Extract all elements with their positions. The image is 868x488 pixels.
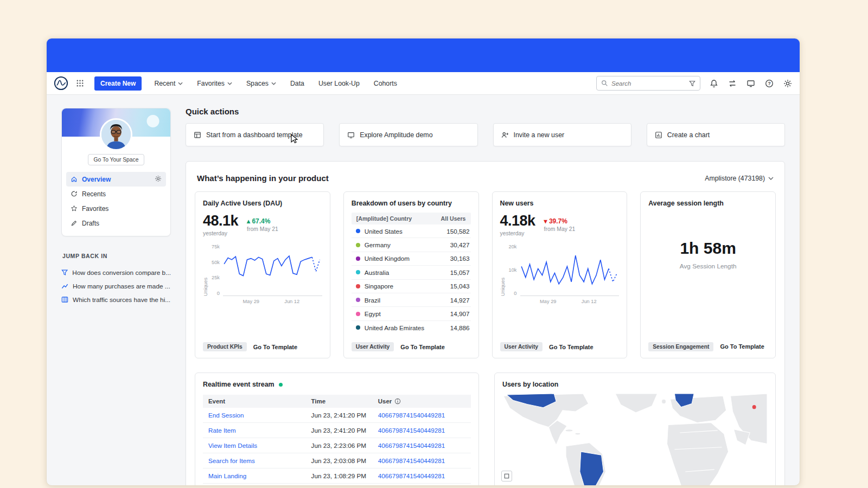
new-users-value: 4.18k: [500, 213, 535, 229]
jump-item-traffic-sources[interactable]: Which traffic sources have the hi...: [61, 293, 171, 306]
sidebar-item-label: Recents: [82, 190, 106, 198]
new-users-value-row: 4.18k yesterday ▾ 39.7% from May 21: [500, 213, 620, 236]
event-link[interactable]: Main Landing: [208, 472, 311, 479]
nav-item-user-look-up[interactable]: User Look-Up: [314, 72, 365, 95]
nav-item-favorites[interactable]: Favorites: [192, 72, 237, 95]
map-zoom-button[interactable]: [501, 471, 512, 481]
go-to-your-space-button[interactable]: Go To Your Space: [88, 154, 145, 165]
nav-item-recent[interactable]: Recent: [149, 72, 188, 95]
country-row[interactable]: United Arab Emirates 14,886: [352, 321, 471, 335]
series-dot: [356, 270, 360, 274]
new-users-x-ticks: May 29Jun 12: [520, 296, 620, 305]
series-dot: [356, 243, 360, 247]
dau-period: yesterday: [203, 230, 227, 236]
country-tag-chip[interactable]: User Activity: [352, 342, 394, 351]
country-go-to-template-link[interactable]: Go To Template: [400, 344, 445, 350]
country-row[interactable]: Singapore 15,043: [352, 280, 471, 293]
country-row[interactable]: United States 150,582: [352, 224, 471, 238]
amplitude-logo-icon[interactable]: [54, 76, 68, 91]
avatar[interactable]: [100, 118, 132, 151]
main-content: Quick actions Start from a dashboard tem…: [186, 95, 785, 486]
nav-item-label: Data: [290, 80, 304, 87]
new-users-y-axis-label: Uniques: [500, 244, 506, 296]
event-link[interactable]: View Item Details: [208, 442, 311, 449]
demo-browser-icon: [347, 131, 355, 139]
recents-clock-icon: [71, 190, 78, 197]
quick-action-label: Start from a dashboard template: [206, 131, 303, 139]
event-link[interactable]: Search for Items: [208, 457, 311, 464]
country-row[interactable]: Egypt 14,907: [352, 307, 471, 320]
dau-y-axis-label: Uniques: [203, 244, 208, 296]
sidebar-item-overview[interactable]: Overview: [66, 172, 166, 187]
search-icon: [601, 80, 608, 87]
dau-tag-chip[interactable]: Product KPIs: [203, 342, 247, 351]
search-input[interactable]: [611, 80, 686, 87]
jump-item-conversion[interactable]: How does conversion compare b...: [61, 266, 171, 279]
notifications-bell-icon[interactable]: [709, 79, 719, 88]
top-navbar: Create New Recent Favorites Spaces Data …: [47, 72, 800, 95]
monitor-frame-icon[interactable]: [746, 79, 756, 88]
user-id-link[interactable]: 4066798741540449281: [378, 427, 465, 434]
event-link[interactable]: End Session: [208, 412, 311, 419]
new-users-go-to-template-link[interactable]: Go To Template: [549, 344, 593, 350]
data-sync-arrows-icon[interactable]: [727, 79, 737, 88]
user-id-link[interactable]: 4066798741540449281: [378, 412, 465, 419]
nav-item-data[interactable]: Data: [285, 72, 309, 95]
sidebar-item-favorites[interactable]: Favorites: [66, 201, 166, 216]
dau-delta: ▴ 67.4%: [247, 217, 278, 225]
filter-funnel-icon[interactable]: [689, 80, 695, 87]
user-id-link[interactable]: 4066798741540449281: [378, 472, 465, 479]
help-icon[interactable]: ?: [764, 79, 774, 88]
avg-session-card-title: Average session length: [648, 200, 768, 207]
series-dot: [356, 325, 360, 330]
new-users-card-title: New users: [500, 200, 620, 207]
nav-item-label: Spaces: [246, 80, 269, 87]
session-go-to-template-link[interactable]: Go To Template: [720, 343, 764, 350]
dau-go-to-template-link[interactable]: Go To Template: [253, 344, 298, 350]
app-window: Create New Recent Favorites Spaces Data …: [46, 38, 800, 486]
time-col-header: Time: [311, 398, 378, 404]
panel-title: What’s happening in your product: [197, 174, 329, 183]
map-event-marker: [752, 405, 756, 409]
sidebar-item-drafts[interactable]: Drafts: [66, 216, 166, 230]
dau-value: 48.1k: [203, 213, 238, 229]
session-tag-chip[interactable]: Session Engagement: [648, 342, 713, 351]
quick-action-dashboard-template[interactable]: Start from a dashboard template: [186, 123, 324, 146]
overview-settings-gear-icon[interactable]: [155, 175, 162, 184]
event-col-header: Event: [208, 398, 311, 404]
quick-action-label: Invite a new user: [514, 131, 565, 139]
new-users-tag-chip[interactable]: User Activity: [500, 342, 543, 351]
new-users-chart: Uniques 20k10k0 May 29Jun 12: [500, 244, 620, 305]
nav-item-cohorts[interactable]: Cohorts: [369, 72, 402, 95]
country-row[interactable]: Brazil 14,927: [352, 293, 471, 307]
create-new-button[interactable]: Create New: [94, 76, 142, 91]
project-selector[interactable]: Amplistore (473198): [705, 175, 774, 182]
quick-action-create-chart[interactable]: Create a chart: [647, 123, 785, 146]
app-grid-icon[interactable]: [73, 76, 87, 91]
sidebar-item-recents[interactable]: Recents: [66, 187, 166, 201]
jump-item-label: How does conversion compare b...: [72, 269, 171, 277]
user-id-link[interactable]: 4066798741540449281: [378, 457, 465, 464]
funnel-chart-icon: [61, 269, 68, 276]
dau-x-ticks: May 29Jun 12: [223, 296, 322, 305]
country-row[interactable]: Germany 30,427: [352, 238, 471, 252]
jump-item-purchases[interactable]: How many purchases are made ...: [61, 279, 171, 293]
country-row[interactable]: United Kingdom 30,163: [352, 252, 471, 266]
dau-card-title: Daily Active Users (DAU): [203, 200, 322, 207]
new-users-card: New users 4.18k yesterday ▾ 39.7% from M…: [492, 191, 628, 358]
settings-gear-icon[interactable]: [783, 79, 793, 88]
user-id-link[interactable]: 4066798741540449281: [378, 442, 465, 449]
sidebar-item-label: Overview: [82, 176, 111, 183]
users-by-location-card: Users by location: [494, 373, 776, 486]
search-box[interactable]: [596, 76, 700, 91]
nav-item-spaces[interactable]: Spaces: [241, 72, 281, 95]
event-link[interactable]: Rate Item: [208, 427, 311, 434]
sidebar-menu: Overview: [62, 170, 170, 236]
event-row: End Session Jun 23, 2:41:20 PM 406679874…: [203, 408, 471, 423]
country-row[interactable]: Australia 15,057: [352, 266, 471, 279]
quick-action-invite-user[interactable]: Invite a new user: [493, 123, 631, 146]
world-map[interactable]: [502, 394, 768, 486]
quick-action-explore-demo[interactable]: Explore Amplitude demo: [339, 123, 477, 146]
realtime-event-stream-card: Realtime event stream Event Time User: [195, 373, 479, 486]
quick-actions-heading: Quick actions: [186, 107, 785, 116]
